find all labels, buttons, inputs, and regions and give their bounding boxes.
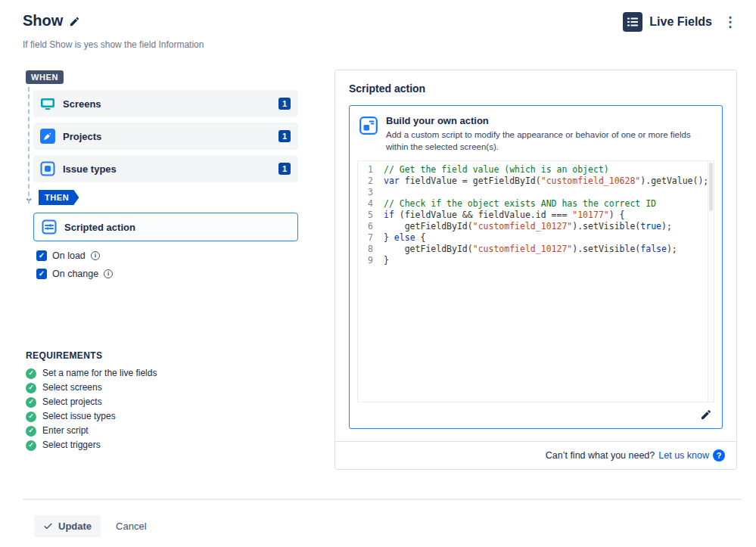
panel-footer: Can’t find what you need? Let us know ?	[335, 441, 736, 469]
projects-row[interactable]: Projects 1	[33, 123, 298, 150]
requirement-label: Select screens	[42, 382, 102, 393]
issue-types-label: Issue types	[63, 163, 278, 175]
check-circle-icon: ✓	[26, 412, 36, 422]
then-row: ⌄ THEN	[23, 190, 322, 205]
issue-types-count-badge: 1	[278, 163, 291, 175]
page-title: Show	[23, 12, 63, 30]
info-icon[interactable]: i	[91, 251, 100, 260]
check-circle-icon: ✓	[26, 397, 36, 408]
help-icon[interactable]: ?	[713, 449, 725, 462]
update-button[interactable]: Update	[34, 515, 101, 537]
trigger-options: ✓ On load i ✓ On change i	[36, 248, 322, 281]
update-label: Update	[58, 521, 92, 532]
projects-icon	[40, 129, 55, 144]
requirement-item: ✓Select projects	[26, 396, 322, 408]
screens-count-badge: 1	[278, 98, 291, 110]
check-icon: ✓	[39, 252, 45, 260]
projects-label: Projects	[63, 131, 278, 142]
form-actions: Update Cancel	[23, 515, 742, 537]
more-menu-icon[interactable]: ⋮	[719, 13, 742, 31]
requirements-section: REQUIREMENTS ✓Set a name for the live fi…	[26, 350, 322, 451]
screens-row[interactable]: Screens 1	[33, 90, 298, 117]
action-card: Build your own action Add a custom scrip…	[349, 105, 723, 429]
screens-label: Screens	[63, 98, 278, 110]
scripted-action-panel: Scripted action Build your own action Ad…	[334, 70, 737, 470]
issue-types-icon	[40, 161, 55, 176]
screens-icon	[40, 96, 55, 111]
requirement-label: Select projects	[42, 396, 102, 408]
requirements-title: REQUIREMENTS	[26, 350, 322, 361]
requirement-item: ✓Select triggers	[26, 440, 322, 451]
when-badge: WHEN	[26, 70, 64, 84]
requirement-item: ✓Select issue types	[26, 411, 322, 422]
check-icon: ✓	[39, 270, 45, 278]
info-icon[interactable]: i	[104, 269, 113, 278]
panel-title: Scripted action	[349, 82, 723, 95]
scripted-action-row[interactable]: Scripted action	[33, 213, 298, 241]
live-fields-label: Live Fields	[649, 15, 712, 29]
on-change-trigger[interactable]: ✓ On change i	[36, 266, 322, 281]
help-text: Can’t find what you need?	[546, 450, 655, 461]
footer-divider	[23, 499, 742, 500]
editor-code[interactable]: // Get the field value (which is an obje…	[378, 161, 714, 402]
edit-script-pencil-icon[interactable]	[700, 409, 712, 421]
behaviour-description: If field Show is yes show the field Info…	[23, 39, 742, 50]
page-header: Show Live Fields ⋮	[23, 12, 742, 32]
live-fields-icon	[623, 12, 642, 32]
requirement-item: ✓Set a name for the live fields	[26, 368, 322, 379]
requirement-label: Set a name for the live fields	[42, 368, 157, 379]
on-load-trigger[interactable]: ✓ On load i	[36, 248, 322, 263]
let-us-know-link[interactable]: Let us know	[658, 450, 709, 461]
check-circle-icon: ✓	[26, 383, 36, 393]
check-circle-icon: ✓	[26, 440, 36, 451]
cancel-button[interactable]: Cancel	[116, 521, 146, 532]
requirement-label: Select triggers	[42, 440, 101, 451]
action-card-title: Build your own action	[386, 115, 713, 126]
flow-sidebar: WHEN Screens 1 Projects 1	[23, 70, 322, 454]
then-badge: THEN	[39, 190, 79, 205]
build-action-icon	[359, 116, 378, 153]
projects-count-badge: 1	[278, 130, 291, 142]
check-icon	[43, 521, 53, 531]
requirement-label: Select issue types	[42, 411, 116, 422]
action-card-description: Add a custom script to modify the appear…	[386, 129, 713, 153]
requirement-label: Enter script	[42, 425, 89, 437]
on-change-checkbox[interactable]: ✓	[36, 269, 47, 279]
requirement-item: ✓Select screens	[26, 382, 322, 393]
editor-gutter: 123456789	[358, 161, 378, 402]
on-change-label: On change	[52, 269, 98, 279]
scripted-action-label: Scripted action	[64, 222, 290, 233]
issue-types-row[interactable]: Issue types 1	[33, 155, 298, 182]
edit-title-pencil-icon[interactable]	[69, 16, 80, 27]
script-editor[interactable]: 123456789 // Get the field value (which …	[357, 160, 714, 402]
on-load-label: On load	[52, 250, 86, 261]
live-fields-page: Show Live Fields ⋮ If field Show is yes …	[0, 0, 756, 547]
when-list: Screens 1 Projects 1 Issue types 1	[23, 90, 322, 182]
on-load-checkbox[interactable]: ✓	[36, 250, 47, 261]
scripted-action-icon	[42, 219, 57, 235]
check-circle-icon: ✓	[26, 426, 36, 437]
editor-scrollbar[interactable]	[708, 161, 714, 402]
check-circle-icon: ✓	[26, 368, 36, 379]
requirement-item: ✓Enter script	[26, 425, 322, 437]
